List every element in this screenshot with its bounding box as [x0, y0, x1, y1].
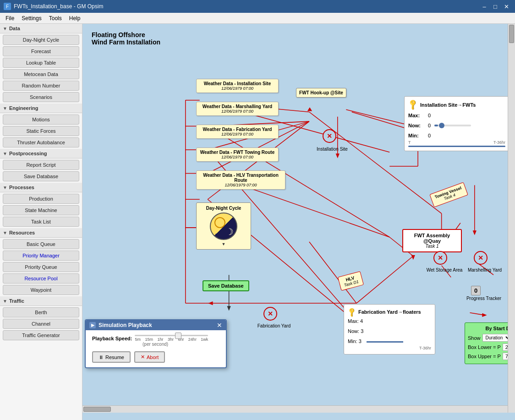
- menu-bar: File Settings Tools Help: [0, 13, 515, 24]
- sidebar-item-metocean-data[interactable]: Metocean Data: [3, 69, 79, 79]
- sidebar-section-header-data[interactable]: ▼ Data: [0, 24, 82, 33]
- dialog-icon: ▶: [89, 322, 96, 328]
- installation-info-panel: 🔑 Installation Site→FWTs Max: 0 Now: 0: [404, 96, 508, 151]
- towing-vessel-node[interactable]: Towing Vessel Task 4: [429, 182, 468, 207]
- sidebar-section-label-data: Data: [9, 26, 20, 31]
- dialog-buttons: ⏸ Resume ✕ Abort: [92, 351, 219, 363]
- chevron-icon-proc: ▼: [3, 185, 7, 190]
- duration-select[interactable]: Duration: [482, 334, 508, 342]
- speed-15m: 15m: [145, 337, 153, 342]
- canvas-title-line1: Floating Offshore: [92, 31, 160, 38]
- canvas-title-line2: Wind Farm Installation: [92, 38, 160, 46]
- dialog-body: Playback Speed: 5m 15m 1hr 3hr 6hr 24hr …: [86, 330, 226, 367]
- svg-marker-31: [208, 301, 213, 305]
- weather-node-4-title: Weather Data - FWT Towing Route: [199, 150, 275, 155]
- sidebar-item-scenarios[interactable]: Scenarios: [3, 92, 79, 102]
- sidebar-item-motions[interactable]: Motions: [3, 115, 79, 125]
- dialog-title-bar: ▶ Simulation Playback ✕: [86, 320, 226, 330]
- chevron-icon-post: ▼: [3, 151, 7, 156]
- install-min-label: Min:: [408, 133, 424, 138]
- horizontal-scrollbar[interactable]: [82, 405, 508, 413]
- fwt-hookup-node[interactable]: FWT Hook-up @Site: [296, 88, 346, 98]
- sidebar-item-static-forces[interactable]: Static Forces: [3, 126, 79, 136]
- sidebar-section-traffic: ▼ Traffic Berth Channel Traffic Generato…: [0, 296, 82, 340]
- sidebar-section-header-resources[interactable]: ▼ Resources: [0, 228, 82, 238]
- install-panel-title: Installation Site→FWTs: [420, 102, 476, 108]
- sidebar-section-header-engineering[interactable]: ▼ Engineering: [0, 104, 82, 113]
- sidebar-item-priority-manager[interactable]: Priority Manager: [3, 251, 79, 261]
- svg-line-32: [470, 313, 484, 315]
- sidebar-item-thruster-autobalance[interactable]: Thruster Autobalance: [3, 137, 79, 147]
- resume-icon: ⏸: [99, 355, 104, 360]
- progress-value: 0: [474, 287, 477, 294]
- sidebar-item-save-database[interactable]: Save Database: [3, 171, 79, 181]
- weather-node-1-date: 12/06/1979 07:00: [199, 86, 275, 91]
- abort-icon: ✕: [141, 354, 145, 360]
- sidebar-item-random-number[interactable]: Random Number: [3, 81, 79, 91]
- close-button[interactable]: ✕: [501, 2, 511, 11]
- menu-tools[interactable]: Tools: [45, 14, 66, 22]
- minimize-button[interactable]: –: [479, 2, 489, 11]
- save-database-canvas-btn[interactable]: Save Database: [203, 280, 249, 291]
- sidebar-section-label-engineering: Engineering: [9, 105, 38, 111]
- weather-node-5[interactable]: Weather Data - HLV Transportation Route …: [196, 170, 285, 190]
- sidebar-item-waypoint[interactable]: Waypoint: [3, 285, 79, 295]
- sidebar-section-header-traffic[interactable]: ▼ Traffic: [0, 296, 82, 306]
- app-icon: F: [4, 3, 11, 10]
- chevron-icon-res: ▼: [3, 230, 7, 235]
- wet-storage-circle: ✕: [433, 251, 447, 265]
- fabrication-yard-circle: ✕: [263, 307, 277, 321]
- per-second-label: (per second): [142, 342, 219, 347]
- abort-button[interactable]: ✕ Abort: [134, 351, 165, 363]
- sidebar-item-state-machine[interactable]: State Machine: [3, 205, 79, 215]
- maximize-button[interactable]: □: [490, 2, 500, 11]
- canvas-title: Floating Offshore Wind Farm Installation: [92, 31, 160, 46]
- sidebar-item-production[interactable]: Production: [3, 194, 79, 204]
- install-now-label: Now:: [408, 123, 424, 128]
- sidebar-section-header-processes[interactable]: ▼ Processes: [0, 183, 82, 192]
- fwt-assembly-sub: Task 1: [408, 244, 456, 249]
- sidebar-item-channel[interactable]: Channel: [3, 319, 79, 329]
- weather-node-3-title: Weather Data - Fabrication Yard: [199, 127, 275, 132]
- sidebar-section-label-postprocessing: Postprocessing: [9, 151, 47, 156]
- speed-slider-thumb[interactable]: [175, 333, 181, 339]
- sidebar-section-header-postprocessing[interactable]: ▼ Postprocessing: [0, 149, 82, 158]
- sidebar-section-postprocessing: ▼ Postprocessing Report Script Save Data…: [0, 149, 82, 181]
- install-now-val: 0: [428, 123, 431, 128]
- svg-line-29: [356, 256, 413, 303]
- sidebar-section-label-processes: Processes: [9, 185, 34, 190]
- weather-node-2[interactable]: Weather Data - Marshalling Yard 12/06/19…: [196, 102, 279, 116]
- resume-button[interactable]: ⏸ Resume: [92, 351, 131, 363]
- sidebar-item-berth[interactable]: Berth: [3, 307, 79, 317]
- fwt-assembly-node[interactable]: FWT Assembly @Quay Task 1: [402, 229, 462, 252]
- progress-tracker-node: 0: [471, 286, 481, 295]
- install-now-slider[interactable]: [434, 125, 471, 126]
- vertical-scrollbar[interactable]: [508, 24, 515, 413]
- day-night-label: Day-Night Cycle: [199, 206, 248, 211]
- sidebar-item-priority-queue[interactable]: Priority Queue: [3, 262, 79, 272]
- svg-marker-44: [473, 230, 477, 235]
- sidebar-item-basic-queue[interactable]: Basic Queue: [3, 239, 79, 249]
- install-time-end: T-36hr: [493, 140, 505, 145]
- hlv-node[interactable]: HLV Task D1: [338, 271, 364, 291]
- sidebar-item-report-script[interactable]: Report Script: [3, 160, 79, 170]
- weather-node-1[interactable]: Weather Data - Installation Site 12/06/1…: [196, 79, 279, 93]
- sidebar-item-traffic-generator[interactable]: Traffic Generator: [3, 330, 79, 340]
- weather-node-4[interactable]: Weather Data - FWT Towing Route 12/06/19…: [196, 147, 279, 162]
- day-night-node[interactable]: Day-Night Cycle ☽ ▼: [196, 202, 251, 250]
- sidebar-section-processes: ▼ Processes Production State Machine Tas…: [0, 183, 82, 227]
- dialog-close-button[interactable]: ✕: [217, 322, 222, 328]
- chevron-icon: ▼: [3, 26, 7, 31]
- sidebar-item-day-night-cycle[interactable]: Day-Night Cycle: [3, 35, 79, 45]
- sidebar-item-resource-pool[interactable]: Resource Pool: [3, 273, 79, 284]
- sidebar-item-task-list[interactable]: Task List: [3, 217, 79, 227]
- weather-node-3[interactable]: Weather Data - Fabrication Yard 12/06/19…: [196, 125, 279, 139]
- menu-file[interactable]: File: [2, 14, 18, 22]
- fab-now-val: 3: [361, 328, 363, 334]
- sidebar-item-forecast[interactable]: Forecast: [3, 46, 79, 56]
- menu-settings[interactable]: Settings: [18, 14, 45, 22]
- menu-help[interactable]: Help: [66, 14, 84, 22]
- sidebar-item-lookup-table[interactable]: Lookup Table: [3, 58, 79, 68]
- speed-slider[interactable]: [135, 335, 208, 336]
- chevron-icon-traf: ▼: [3, 299, 7, 304]
